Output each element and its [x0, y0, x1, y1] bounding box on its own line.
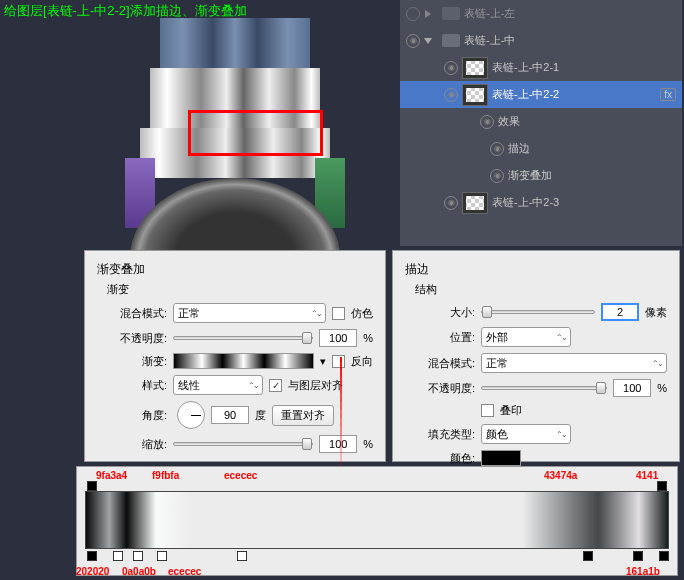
- layer-row[interactable]: ◉ 表链-上-中2-1: [400, 54, 682, 81]
- color-label: 颜色:: [415, 451, 475, 466]
- layer-row[interactable]: ◉ 表链-上-中: [400, 27, 682, 54]
- size-slider[interactable]: [481, 310, 595, 314]
- fill-type-select[interactable]: 颜色: [481, 424, 571, 444]
- opacity-input[interactable]: [613, 379, 651, 397]
- color-stop[interactable]: [87, 551, 97, 561]
- angle-dial[interactable]: [177, 401, 205, 429]
- overprint-checkbox[interactable]: [481, 404, 494, 417]
- visibility-icon[interactable]: ◉: [480, 115, 494, 129]
- color-stop[interactable]: [237, 551, 247, 561]
- gradient-editor[interactable]: [76, 466, 678, 576]
- effects-label: 效果: [498, 114, 520, 129]
- effect-label: 渐变叠加: [508, 168, 552, 183]
- opacity-stop[interactable]: [657, 481, 667, 491]
- dither-label: 仿色: [351, 306, 373, 321]
- folder-icon: [442, 7, 460, 20]
- reset-align-button[interactable]: 重置对齐: [272, 405, 334, 426]
- visibility-icon[interactable]: ◉: [406, 34, 420, 48]
- effect-stroke-row[interactable]: ◉ 描边: [400, 135, 682, 162]
- stop-hex: ececec: [224, 470, 257, 481]
- layer-row-selected[interactable]: ◉ 表链-上-中2-2 fx: [400, 81, 682, 108]
- expand-icon[interactable]: [424, 38, 432, 44]
- position-label: 位置:: [415, 330, 475, 345]
- visibility-icon[interactable]: ◉: [490, 142, 504, 156]
- gradient-strip[interactable]: [85, 491, 669, 549]
- angle-input[interactable]: [211, 406, 249, 424]
- highlight-box: [188, 110, 323, 156]
- color-stop[interactable]: [633, 551, 643, 561]
- layer-thumb: [462, 84, 488, 106]
- angle-label: 角度:: [107, 408, 167, 423]
- stop-hex: 43474a: [544, 470, 577, 481]
- pct-label: %: [363, 438, 373, 450]
- style-select[interactable]: 线性: [173, 375, 263, 395]
- artwork-preview: [70, 18, 390, 244]
- opacity-slider[interactable]: [481, 386, 607, 390]
- effect-gradient-row[interactable]: ◉ 渐变叠加: [400, 162, 682, 189]
- stop-hex: 202020: [76, 566, 109, 577]
- panel-subtitle: 渐变: [107, 282, 373, 297]
- size-label: 大小:: [415, 305, 475, 320]
- visibility-icon[interactable]: ◉: [444, 88, 458, 102]
- watch-bezel: [130, 178, 340, 258]
- blend-mode-label: 混合模式:: [107, 306, 167, 321]
- opacity-input[interactable]: [319, 329, 357, 347]
- color-stop[interactable]: [133, 551, 143, 561]
- fill-type-label: 填充类型:: [415, 427, 475, 442]
- blend-mode-select[interactable]: 正常: [173, 303, 326, 323]
- visibility-icon[interactable]: ◉: [444, 61, 458, 75]
- style-label: 样式:: [107, 378, 167, 393]
- fx-badge[interactable]: fx: [660, 88, 676, 101]
- layer-label: 表链-上-中: [464, 33, 515, 48]
- pct-label: %: [657, 382, 667, 394]
- reverse-checkbox[interactable]: [332, 355, 345, 368]
- watch-link-top: [160, 18, 310, 68]
- layer-row[interactable]: ◉ 表链-上-中2-3: [400, 189, 682, 216]
- visibility-icon[interactable]: ◉: [490, 169, 504, 183]
- position-select[interactable]: 外部: [481, 327, 571, 347]
- size-input[interactable]: [601, 303, 639, 321]
- dropdown-icon[interactable]: ▾: [320, 355, 326, 368]
- stop-hex: 161a1b: [626, 566, 660, 577]
- layer-label: 表链-上-中2-3: [492, 195, 559, 210]
- overprint-label: 叠印: [500, 403, 522, 418]
- layers-panel: 表链-上-左 ◉ 表链-上-中 ◉ 表链-上-中2-1 ◉ 表链-上-中2-2 …: [400, 0, 682, 246]
- deg-label: 度: [255, 408, 266, 423]
- panel-subtitle: 结构: [415, 282, 667, 297]
- color-stop[interactable]: [659, 551, 669, 561]
- align-checkbox[interactable]: ✓: [269, 379, 282, 392]
- color-stop[interactable]: [113, 551, 123, 561]
- scale-input[interactable]: [319, 435, 357, 453]
- visibility-icon[interactable]: [406, 7, 420, 21]
- dither-checkbox[interactable]: [332, 307, 345, 320]
- color-stop[interactable]: [583, 551, 593, 561]
- layer-label: 表链-上-中2-1: [492, 60, 559, 75]
- layer-thumb: [462, 57, 488, 79]
- stroke-panel: 描边 结构 大小: 像素 位置: 外部 混合模式: 正常 不透明度: % 叠印 …: [392, 250, 680, 462]
- scale-slider[interactable]: [173, 442, 313, 446]
- stop-hex: 9fa3a4: [96, 470, 127, 481]
- effects-row[interactable]: ◉ 效果: [400, 108, 682, 135]
- blend-mode-select[interactable]: 正常: [481, 353, 667, 373]
- pct-label: %: [363, 332, 373, 344]
- effect-label: 描边: [508, 141, 530, 156]
- opacity-stop[interactable]: [87, 481, 97, 491]
- gradient-label: 渐变:: [107, 354, 167, 369]
- opacity-label: 不透明度:: [415, 381, 475, 396]
- stop-hex: f9fbfa: [152, 470, 179, 481]
- opacity-slider[interactable]: [173, 336, 313, 340]
- px-label: 像素: [645, 305, 667, 320]
- layer-label: 表链-上-中2-2: [492, 87, 559, 102]
- gradient-preview[interactable]: [173, 353, 314, 369]
- color-well[interactable]: [481, 450, 521, 466]
- color-stop[interactable]: [157, 551, 167, 561]
- stop-hex: ececec: [168, 566, 201, 577]
- folder-icon: [442, 34, 460, 47]
- blend-mode-label: 混合模式:: [415, 356, 475, 371]
- expand-icon[interactable]: [425, 10, 431, 18]
- layer-row[interactable]: 表链-上-左: [400, 0, 682, 27]
- panel-title: 描边: [405, 261, 667, 278]
- align-label: 与图层对齐: [288, 378, 343, 393]
- visibility-icon[interactable]: ◉: [444, 196, 458, 210]
- stop-hex: 4141: [636, 470, 658, 481]
